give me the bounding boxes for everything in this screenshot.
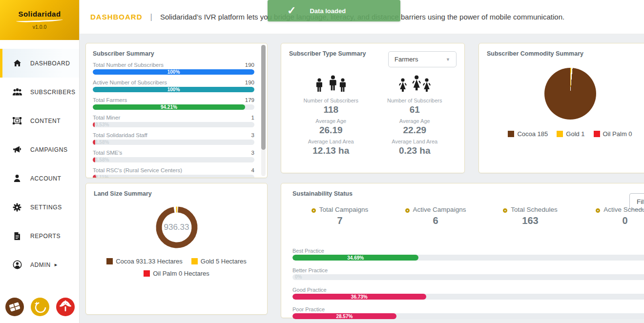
row-value: 179: [245, 97, 254, 103]
sidebar-item-label: ADMIN: [30, 262, 51, 268]
stat-label: Average Age: [373, 118, 457, 124]
legend-item[interactable]: Oil Palm 0: [594, 130, 632, 138]
land-size-donut-chart[interactable]: 936.33: [153, 204, 200, 251]
legend-label: Cocoa 931.33 Hectares: [116, 258, 183, 265]
summary-row: Total RSC's (Rural Service Centers)4 2.1…: [93, 167, 254, 178]
row-label: Total SME's: [93, 150, 122, 156]
legend-label: Cocoa 185: [517, 130, 548, 138]
campaign-stats: Total Campaigns 7 Active Campaigns 6 Tot…: [292, 206, 644, 241]
stat-active-schedules: Active Schedules 0: [583, 206, 644, 226]
stat-label: Average Age: [289, 118, 373, 124]
stat-label: Average Land Area: [373, 139, 457, 144]
legend-swatch: [191, 258, 198, 264]
sidebar-item-campaigns[interactable]: CAMPAIGNS: [0, 135, 79, 164]
stat-value: 22.29: [373, 125, 457, 136]
practice-bar: Best Practice 34.69%: [292, 248, 644, 261]
sidebar-item-reports[interactable]: REPORTS: [0, 222, 79, 250]
gold-icon[interactable]: [31, 298, 49, 316]
stat-total-campaigns: Total Campaigns 7: [298, 206, 381, 226]
progress-bar: 1.58%: [93, 140, 254, 145]
chevron-down-icon: ▼: [446, 57, 450, 62]
stat-active-campaigns: Active Campaigns 6: [394, 206, 477, 226]
oil-palm-icon[interactable]: [56, 298, 75, 316]
practice-bar: Better Practice 0%: [292, 267, 644, 280]
legend-label: Oil Palm 0 Hectares: [153, 270, 209, 277]
card-title: Sustainability Status: [292, 190, 644, 197]
toast-message: Data loaded: [310, 7, 346, 15]
row-label: Total RSC's (Rural Service Centers): [93, 167, 182, 173]
legend-item[interactable]: Gold 1: [557, 130, 584, 138]
row-label: Total Farmers: [93, 97, 127, 103]
stat-label: Number of Subscribers: [289, 98, 373, 103]
app-root: Solidaridad v1.0.0 DASHBOARD SUBSCRIBERS: [0, 0, 644, 323]
bar-label: Poor Practice: [292, 306, 644, 312]
row-label: Total Solidaridad Staff: [93, 132, 147, 138]
stat-label: Average Land Area: [289, 139, 373, 144]
sidebar-item-label: ACCOUNT: [30, 175, 62, 182]
person-icon: [12, 174, 22, 183]
subscriber-type-select[interactable]: Farmers ▼: [388, 51, 457, 67]
commodity-summary-card: Subscriber Commodity Summary Cocoa 185 G…: [478, 43, 644, 173]
progress-bar: 94.21%: [93, 104, 254, 110]
sidebar-item-admin[interactable]: ADMIN ▸: [0, 250, 79, 279]
subscriber-type-card: Subscriber Type Summary Farmers ▼ Number…: [281, 43, 465, 173]
progress-bar: 100%: [93, 87, 254, 92]
main-content: Subscriber Summary Total Number of Subsc…: [80, 34, 644, 323]
bar-label: Good Practice: [292, 287, 644, 293]
target-icon: [596, 208, 600, 213]
row-value: 3: [251, 150, 254, 156]
female-group-icon: [373, 74, 457, 95]
page-title[interactable]: DASHBOARD: [90, 13, 143, 21]
sidebar-item-content[interactable]: CONTENT: [0, 106, 79, 135]
summary-row: Total Farmers179 94.21%: [93, 97, 254, 110]
cocoa-icon[interactable]: [5, 298, 24, 316]
legend-item[interactable]: Cocoa 931.33 Hectares: [106, 258, 183, 265]
header-separator: |: [150, 12, 152, 22]
chevron-right-icon: ▸: [55, 262, 58, 268]
stat-value: 61: [373, 104, 457, 115]
toast-notification[interactable]: ✓ Data loaded: [268, 0, 400, 21]
card-title: Subscriber Commodity Summary: [487, 50, 644, 57]
male-subscribers-column: Number of Subscribers 118 Average Age 26…: [289, 74, 373, 156]
brand-logo: Solidaridad v1.0.0: [0, 0, 79, 40]
row-value: 190: [245, 80, 254, 85]
legend-item[interactable]: Oil Palm 0 Hectares: [144, 270, 209, 277]
users-icon: [12, 87, 22, 97]
subscriber-summary-card: Subscriber Summary Total Number of Subsc…: [85, 43, 268, 178]
select-value: Farmers: [395, 56, 418, 63]
stat-value: 6: [394, 215, 477, 226]
card-title: Subscriber Summary: [93, 50, 254, 57]
stat-value: 0.23 ha: [373, 145, 457, 156]
row-value: 4: [251, 167, 254, 173]
progress-bar: 28.57%: [292, 313, 644, 319]
target-icon: [503, 208, 507, 213]
sidebar-item-label: SETTINGS: [30, 204, 62, 211]
sidebar-item-subscribers[interactable]: SUBSCRIBERS: [0, 78, 79, 106]
progress-bar: 2.11%: [93, 175, 254, 178]
check-icon: ✓: [287, 4, 296, 17]
app-version: v1.0.0: [0, 24, 79, 30]
chart-legend: Cocoa 185 Gold 1 Oil Palm 0: [487, 130, 644, 138]
sidebar-item-account[interactable]: ACCOUNT: [0, 164, 79, 193]
summary-row: Total Number of Subscribers190 100%: [93, 62, 254, 75]
brand-name: Solidaridad: [0, 10, 79, 18]
progress-bar: 34.69%: [292, 255, 644, 261]
stat-value: 26.19: [289, 125, 373, 136]
legend-item[interactable]: Gold 5 Hectares: [191, 258, 247, 265]
stat-total-schedules: Total Schedules 163: [489, 206, 572, 226]
target-icon: [405, 208, 410, 213]
card-scrollbar-thumb[interactable]: [261, 45, 266, 150]
sidebar-item-settings[interactable]: SETTINGS: [0, 193, 79, 222]
practice-bar: Poor Practice 28.57%: [292, 306, 644, 319]
female-subscribers-column: Number of Subscribers 61 Average Age 22.…: [373, 74, 457, 156]
card-title: Land Size Summary: [94, 190, 259, 197]
sidebar-item-dashboard[interactable]: DASHBOARD: [0, 49, 79, 78]
legend-item[interactable]: Cocoa 185: [508, 130, 548, 138]
stat-value: 7: [298, 215, 381, 226]
gear-icon: [12, 202, 22, 212]
commodity-pie-chart[interactable]: [544, 68, 596, 120]
legend-label: Gold 1: [566, 130, 584, 138]
row-label: Active Number of Subscribers: [93, 80, 167, 85]
card-scrollbar-track[interactable]: [261, 45, 266, 176]
bar-label: Better Practice: [292, 267, 644, 273]
